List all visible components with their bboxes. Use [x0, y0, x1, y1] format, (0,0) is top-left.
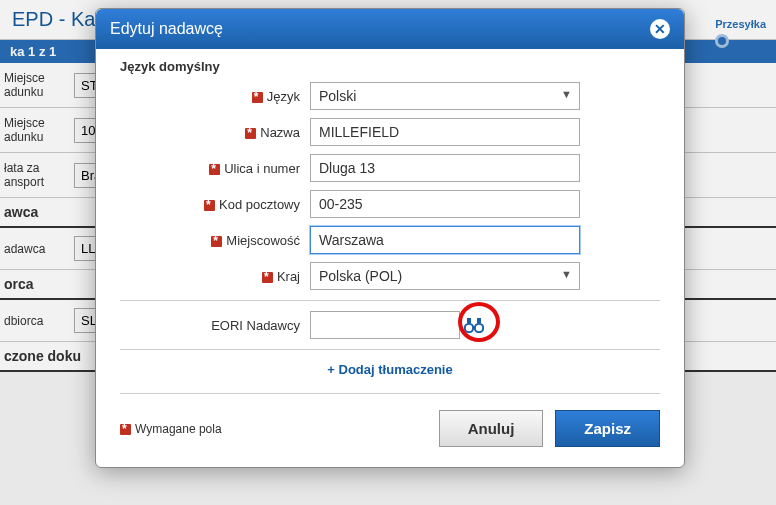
label-eori: EORI Nadawcy: [120, 318, 310, 333]
binoculars-icon[interactable]: [460, 313, 488, 337]
required-icon: [245, 128, 256, 139]
language-select[interactable]: [310, 82, 580, 110]
divider: [120, 349, 660, 350]
svg-rect-4: [477, 318, 481, 323]
required-icon: [120, 424, 131, 435]
label-postcode: Kod pocztowy: [120, 197, 310, 212]
modal-header: Edytuj nadawcę ✕: [96, 9, 684, 49]
svg-rect-3: [467, 318, 471, 323]
street-field[interactable]: [310, 154, 580, 182]
eori-field[interactable]: [310, 311, 460, 339]
required-icon: [262, 272, 273, 283]
required-icon: [209, 164, 220, 175]
save-button[interactable]: Zapisz: [555, 410, 660, 447]
label-country: Kraj: [120, 269, 310, 284]
name-field[interactable]: [310, 118, 580, 146]
label-name: Nazwa: [120, 125, 310, 140]
svg-point-1: [475, 324, 483, 332]
label-language: Język: [120, 89, 310, 104]
modal-title: Edytuj nadawcę: [110, 20, 223, 38]
postcode-field[interactable]: [310, 190, 580, 218]
required-icon: [211, 236, 222, 247]
close-icon[interactable]: ✕: [650, 19, 670, 39]
country-select[interactable]: [310, 262, 580, 290]
cancel-button[interactable]: Anuluj: [439, 410, 544, 447]
required-icon: [204, 200, 215, 211]
svg-rect-2: [473, 326, 476, 329]
required-note: Wymagane pola: [120, 422, 222, 436]
edit-sender-modal: Edytuj nadawcę ✕ Język domyślny Język Na…: [95, 8, 685, 468]
required-icon: [252, 92, 263, 103]
add-translation-link[interactable]: + Dodaj tłumaczenie: [120, 360, 660, 383]
svg-point-0: [465, 324, 473, 332]
divider: [120, 393, 660, 394]
city-field[interactable]: [310, 226, 580, 254]
divider: [120, 300, 660, 301]
group-title: Język domyślny: [120, 59, 660, 74]
label-city: Miejscowość: [120, 233, 310, 248]
label-street: Ulica i numer: [120, 161, 310, 176]
